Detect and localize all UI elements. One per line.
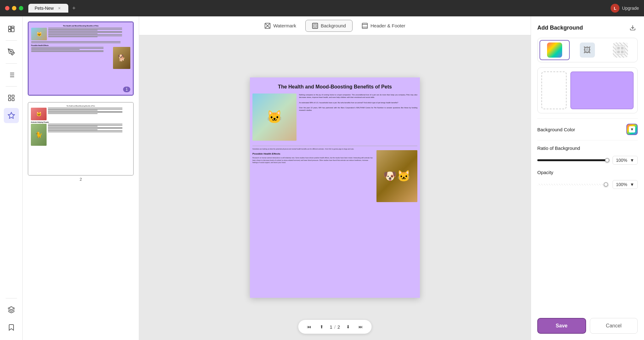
section-divider-2 bbox=[537, 140, 638, 140]
page-indicator: 1 / 2 bbox=[330, 324, 340, 330]
page-1-bottom-text bbox=[31, 41, 130, 43]
text-line bbox=[48, 127, 122, 128]
bg-color-label: Background Color bbox=[537, 127, 575, 132]
doc-main: 🐱 Nothing compares to the joy of coming … bbox=[250, 94, 420, 144]
background-label: Background bbox=[321, 23, 346, 28]
svg-rect-13 bbox=[8, 99, 11, 101]
sidebar-list-icon[interactable] bbox=[4, 67, 19, 82]
page-slash: / bbox=[334, 324, 336, 330]
tab-label: Pets-New bbox=[35, 6, 54, 11]
doc-col-text: Possible Health Effects Research on huma… bbox=[252, 150, 374, 202]
sidebar-pages-icon[interactable] bbox=[4, 21, 19, 37]
minimize-button[interactable] bbox=[12, 6, 16, 10]
last-page-button[interactable]: ⏭ bbox=[356, 322, 365, 331]
doc-two-col: Possible Health Effects Research on huma… bbox=[250, 150, 420, 202]
page-1-content: The Health and Mood-Boosting Benefits of… bbox=[29, 22, 133, 95]
page-1-section-title: Possible Health Effects bbox=[31, 44, 130, 46]
text-line bbox=[48, 36, 122, 36]
opacity-value: 100% bbox=[616, 182, 627, 187]
tab-close-icon[interactable]: ✕ bbox=[57, 6, 62, 11]
titlebar: Pets-New ✕ + L Upgrade bbox=[0, 0, 644, 16]
opacity-slider-thumb[interactable] bbox=[604, 182, 608, 187]
close-button[interactable] bbox=[5, 6, 9, 10]
new-tab-button[interactable]: + bbox=[70, 4, 78, 13]
maximize-button[interactable] bbox=[19, 6, 23, 10]
tab-header-footer[interactable]: Header & Footer bbox=[355, 20, 412, 32]
svg-rect-0 bbox=[8, 26, 11, 29]
sidebar-watermark-icon[interactable] bbox=[4, 108, 19, 123]
page-1-badge: 1 bbox=[123, 87, 130, 92]
first-page-button[interactable]: ⏮ bbox=[305, 322, 314, 331]
upgrade-label[interactable]: Upgrade bbox=[622, 6, 639, 11]
chevron-down-icon: ▼ bbox=[629, 126, 635, 133]
panel-export-icon[interactable] bbox=[628, 23, 638, 33]
doc-title: The Health and Mood-Boosting Benefits of… bbox=[253, 84, 417, 90]
header-footer-icon bbox=[362, 23, 368, 29]
section-divider-1 bbox=[537, 118, 638, 119]
tab-pets-new[interactable]: Pets-New ✕ bbox=[28, 4, 68, 13]
cancel-button[interactable]: Cancel bbox=[590, 318, 638, 334]
opacity-slider-track[interactable] bbox=[537, 184, 609, 185]
toolbar: Watermark Background bbox=[139, 16, 531, 35]
page-1-thumbnail[interactable]: The Health and Mood-Boosting Benefits of… bbox=[28, 21, 134, 96]
prev-page-button[interactable]: ⬆ bbox=[317, 322, 326, 331]
bg-type-color[interactable] bbox=[539, 40, 570, 60]
svg-rect-1 bbox=[8, 30, 11, 32]
panel-title: Add Background bbox=[537, 25, 583, 31]
ratio-slider-track[interactable] bbox=[537, 159, 609, 161]
doc-bottom-text: Scientists are looking at what the poten… bbox=[250, 148, 420, 150]
doc-section-title: Possible Health Effects bbox=[252, 152, 374, 156]
chevron-down-icon: ▼ bbox=[630, 158, 634, 163]
doc-separator bbox=[252, 146, 417, 146]
ratio-value-dropdown[interactable]: 100% ▼ bbox=[613, 156, 638, 165]
text-line bbox=[31, 48, 104, 49]
sidebar-pen-icon[interactable] bbox=[4, 44, 19, 60]
page-2-thumbnail[interactable]: The Health and Mood-Boosting Benefits of… bbox=[28, 102, 134, 176]
page-2-mini-title: The Health and Mood-Boosting Benefits of… bbox=[31, 105, 131, 107]
doc-header: The Health and Mood-Boosting Benefits of… bbox=[250, 77, 420, 94]
tab-watermark[interactable]: Watermark bbox=[258, 20, 303, 32]
text-line bbox=[48, 37, 98, 37]
doc-cat-image: 🐱 bbox=[252, 94, 297, 141]
page-2-number: 2 bbox=[28, 177, 134, 182]
page-2-section-title: Animals Helping People bbox=[31, 121, 131, 123]
pagination-bar: ⏮ ⬆ 1 / 2 ⬇ ⏭ bbox=[298, 320, 372, 334]
sidebar-layers-icon[interactable] bbox=[4, 302, 19, 317]
page-1-text-area bbox=[48, 28, 130, 40]
ratio-slider-row: 100% ▼ bbox=[537, 156, 638, 165]
opacity-value-dropdown[interactable]: 100% ▼ bbox=[613, 180, 638, 189]
text-line bbox=[48, 31, 122, 32]
bg-type-pattern[interactable] bbox=[605, 40, 636, 60]
bg-type-image[interactable]: 🖼 bbox=[572, 40, 602, 60]
text-line bbox=[31, 42, 121, 43]
svg-rect-12 bbox=[12, 95, 14, 97]
tab-bar: Pets-New ✕ + bbox=[28, 4, 78, 13]
text-line bbox=[48, 126, 98, 127]
color-picker-button[interactable]: ▼ bbox=[626, 124, 638, 135]
sidebar-bookmark-icon[interactable] bbox=[4, 320, 19, 335]
svg-rect-28 bbox=[621, 47, 624, 49]
page-2-container: The Health and Mood-Boosting Benefits of… bbox=[28, 102, 134, 182]
svg-rect-27 bbox=[617, 47, 620, 49]
sidebar-divider-1 bbox=[6, 40, 17, 41]
sidebar-grid-icon[interactable] bbox=[4, 90, 19, 105]
text-line bbox=[48, 28, 122, 28]
save-button[interactable]: Save bbox=[537, 318, 586, 334]
sidebar-divider-2 bbox=[6, 63, 17, 64]
page-2-cat2-image: 🐈 bbox=[31, 124, 47, 146]
svg-rect-11 bbox=[8, 95, 11, 97]
svg-rect-3 bbox=[11, 28, 14, 32]
bg-type-tabs: 🖼 bbox=[537, 38, 638, 62]
text-line bbox=[48, 109, 122, 110]
svg-rect-2 bbox=[11, 26, 14, 28]
svg-rect-21 bbox=[314, 24, 317, 27]
next-page-button[interactable]: ⬇ bbox=[344, 322, 353, 331]
svg-rect-30 bbox=[621, 51, 624, 53]
purple-color-preview[interactable] bbox=[570, 71, 634, 109]
tab-background[interactable]: Background bbox=[305, 20, 353, 32]
header-footer-label: Header & Footer bbox=[370, 23, 405, 28]
text-line bbox=[48, 128, 122, 129]
text-line bbox=[48, 32, 122, 33]
opacity-slider-row: 100% ▼ bbox=[537, 180, 638, 189]
ratio-slider-thumb[interactable] bbox=[605, 158, 609, 162]
